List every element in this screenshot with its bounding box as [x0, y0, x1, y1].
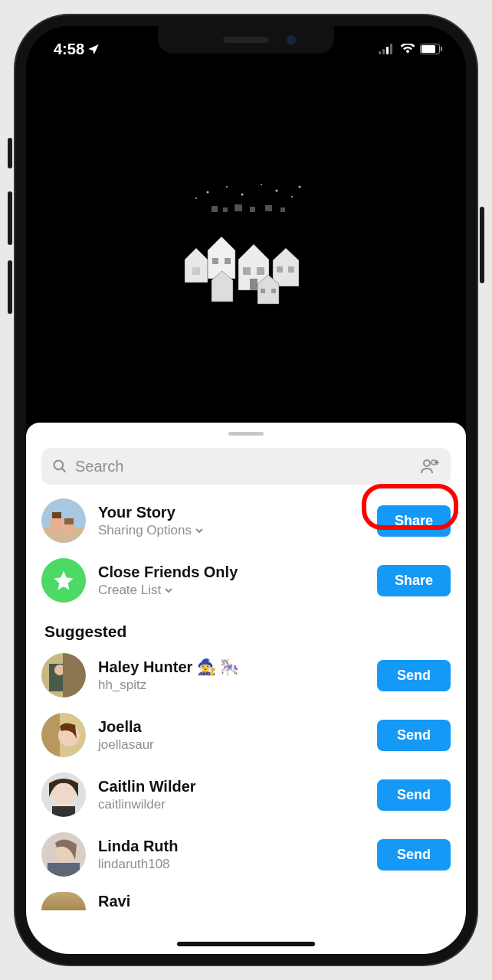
svg-rect-6 — [441, 47, 442, 51]
close-friends-share-button[interactable]: Share — [377, 565, 451, 596]
svg-rect-55 — [63, 653, 86, 697]
your-story-share-button[interactable]: Share — [377, 505, 451, 537]
svg-rect-0 — [379, 51, 381, 54]
svg-rect-50 — [64, 518, 74, 524]
send-button[interactable]: Send — [377, 779, 451, 811]
create-group-icon[interactable] — [420, 458, 440, 475]
search-row[interactable] — [41, 448, 451, 485]
contact-handle: hh_spitz — [98, 678, 365, 693]
svg-rect-5 — [421, 45, 435, 53]
your-story-avatar — [41, 498, 86, 543]
svg-rect-10 — [235, 204, 242, 211]
svg-rect-29 — [257, 267, 264, 275]
phone-body: 4:58 — [15, 15, 477, 965]
close-friends-avatar — [41, 558, 86, 603]
contact-name: Ravi — [98, 893, 451, 910]
notch — [158, 26, 334, 54]
svg-rect-2 — [386, 47, 389, 54]
svg-rect-49 — [52, 512, 61, 518]
svg-point-18 — [276, 190, 278, 192]
wifi-icon — [400, 44, 415, 54]
svg-point-16 — [241, 194, 244, 196]
svg-rect-3 — [390, 44, 392, 54]
story-preview[interactable] — [26, 26, 466, 424]
send-button[interactable]: Send — [377, 660, 451, 691]
svg-point-40 — [424, 460, 430, 466]
svg-rect-13 — [280, 207, 285, 212]
svg-rect-26 — [225, 258, 231, 264]
contact-name: Linda Ruth — [98, 838, 365, 855]
location-arrow-icon — [87, 43, 100, 55]
contact-handle: joellasaur — [98, 737, 365, 753]
star-icon — [52, 569, 75, 592]
contact-name: Haley Hunter 🧙‍♀️ 🎠 — [98, 658, 365, 676]
share-list: Your Story Sharing Options Share — [26, 491, 466, 910]
speaker — [223, 37, 269, 43]
your-story-subtitle[interactable]: Sharing Options — [98, 523, 365, 538]
send-button[interactable]: Send — [377, 720, 451, 751]
svg-rect-30 — [250, 279, 257, 290]
svg-rect-23 — [192, 267, 200, 275]
cellular-signal-icon — [379, 44, 395, 54]
svg-rect-7 — [166, 175, 326, 321]
send-button[interactable]: Send — [377, 839, 451, 871]
side-button — [8, 138, 12, 168]
suggested-row[interactable]: Caitlin Wilder caitlinwilder Send — [26, 765, 466, 825]
story-preview-image — [166, 175, 326, 321]
svg-rect-46 — [41, 528, 86, 543]
your-story-row[interactable]: Your Story Sharing Options Share — [26, 491, 466, 550]
battery-icon — [420, 44, 443, 54]
avatar — [41, 832, 86, 877]
svg-rect-8 — [212, 206, 218, 212]
your-story-title: Your Story — [98, 504, 365, 521]
contact-name: Caitlin Wilder — [98, 778, 365, 795]
svg-rect-67 — [48, 863, 80, 877]
avatar — [41, 653, 86, 697]
status-time: 4:58 — [54, 41, 84, 58]
svg-rect-1 — [382, 49, 385, 54]
share-sheet[interactable]: Your Story Sharing Options Share — [26, 423, 466, 954]
screen: 4:58 — [26, 26, 466, 954]
svg-rect-37 — [271, 289, 276, 293]
avatar — [41, 892, 86, 910]
search-input[interactable] — [75, 458, 412, 475]
svg-rect-32 — [277, 266, 283, 273]
suggested-row[interactable]: Joella joellasaur Send — [26, 705, 466, 765]
contact-handle: lindaruth108 — [98, 857, 365, 872]
contact-name: Joella — [98, 718, 365, 736]
volume-up-button — [8, 191, 12, 245]
svg-point-15 — [226, 186, 228, 188]
home-indicator[interactable] — [177, 942, 315, 946]
search-icon — [52, 459, 67, 474]
svg-rect-58 — [41, 713, 60, 757]
svg-point-17 — [261, 184, 262, 185]
power-button — [480, 207, 484, 283]
svg-rect-9 — [223, 207, 228, 212]
suggested-header: Suggested — [26, 610, 466, 645]
avatar — [41, 773, 86, 817]
svg-point-20 — [299, 186, 301, 188]
svg-rect-11 — [250, 207, 255, 212]
avatar — [41, 713, 86, 757]
svg-rect-33 — [288, 266, 294, 273]
svg-line-39 — [62, 469, 66, 472]
contact-handle: caitlinwilder — [98, 797, 365, 812]
svg-rect-63 — [52, 806, 75, 817]
suggested-row[interactable]: Ravi — [26, 884, 466, 910]
svg-point-14 — [207, 191, 209, 194]
close-friends-subtitle[interactable]: Create List — [98, 583, 365, 598]
chevron-down-icon — [164, 586, 173, 595]
suggested-row[interactable]: Linda Ruth lindaruth108 Send — [26, 825, 466, 884]
svg-rect-25 — [212, 258, 218, 264]
chevron-down-icon — [195, 526, 204, 535]
suggested-row[interactable]: Haley Hunter 🧙‍♀️ 🎠 hh_spitz Send — [26, 645, 466, 705]
close-friends-row[interactable]: Close Friends Only Create List Share — [26, 550, 466, 610]
close-friends-title: Close Friends Only — [98, 564, 365, 581]
svg-point-38 — [54, 461, 64, 470]
sheet-grabber[interactable] — [228, 432, 264, 436]
front-camera — [287, 35, 296, 44]
svg-rect-28 — [243, 267, 251, 275]
svg-rect-12 — [265, 205, 272, 211]
svg-point-19 — [291, 196, 293, 198]
svg-point-21 — [195, 198, 197, 199]
